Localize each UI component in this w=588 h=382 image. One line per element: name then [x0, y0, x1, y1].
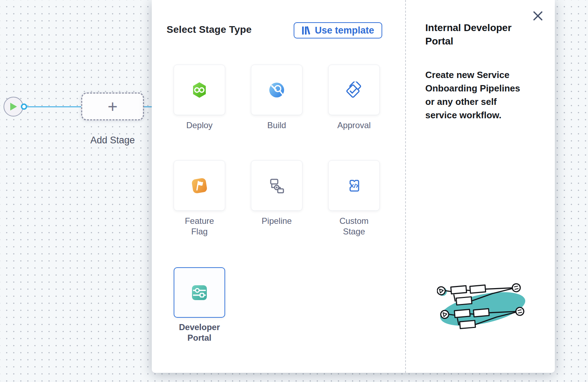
pipeline-sketch-illustration — [437, 271, 527, 341]
tile-label-deploy: Deploy — [176, 120, 222, 131]
stage-tile-pipeline[interactable] — [251, 160, 302, 211]
tile-label-developer-portal: Developer Portal — [176, 322, 222, 343]
info-panel-description: Create new Service Onboarding Pipelines … — [425, 68, 528, 122]
tile-label-custom-stage: Custom Stage — [331, 216, 377, 237]
stage-tile-custom-stage[interactable] — [328, 160, 380, 211]
plus-icon: + — [108, 98, 118, 115]
flag-squircle-icon — [191, 177, 208, 194]
stage-tile-developer-portal[interactable] — [174, 267, 225, 318]
code-ticket-icon — [346, 177, 362, 194]
modal-title: Select Stage Type — [167, 24, 252, 35]
stage-tile-approval[interactable] — [328, 65, 380, 115]
add-stage-label: Add Stage — [81, 135, 144, 146]
tile-label-approval: Approval — [331, 120, 377, 131]
stage-tile-deploy[interactable] — [174, 65, 225, 115]
select-stage-modal: Select Stage Type Use template — [152, 0, 555, 373]
info-panel: Internal Developer Portal Create new Ser… — [405, 0, 555, 373]
edge-connector-dot[interactable] — [21, 103, 27, 110]
info-panel-title: Internal Developer Portal — [425, 21, 528, 48]
pipeline-edge — [144, 106, 152, 107]
library-icon — [302, 26, 311, 35]
tile-label-pipeline: Pipeline — [254, 216, 300, 226]
use-template-label: Use template — [315, 25, 374, 36]
tile-label-feature-flag: Feature Flag — [176, 216, 222, 237]
stage-tile-build[interactable] — [251, 65, 302, 115]
pipeline-graph-icon — [268, 177, 285, 194]
double-diamond-check-icon — [346, 82, 362, 99]
pipeline-edge — [27, 106, 81, 107]
stage-tile-feature-flag[interactable] — [174, 160, 225, 211]
sliders-squircle-icon — [191, 284, 208, 301]
play-icon — [9, 102, 18, 111]
cd-infinity-hexagon-icon — [191, 82, 208, 99]
ci-magnifier-circle-icon — [268, 82, 285, 99]
pipeline-start-node[interactable] — [4, 97, 23, 117]
tile-label-build: Build — [254, 120, 300, 131]
add-stage-button[interactable]: + — [81, 92, 144, 120]
pipeline-canvas[interactable]: + Add Stage Select Stage Type Use templa… — [0, 0, 588, 382]
use-template-button[interactable]: Use template — [294, 22, 382, 38]
